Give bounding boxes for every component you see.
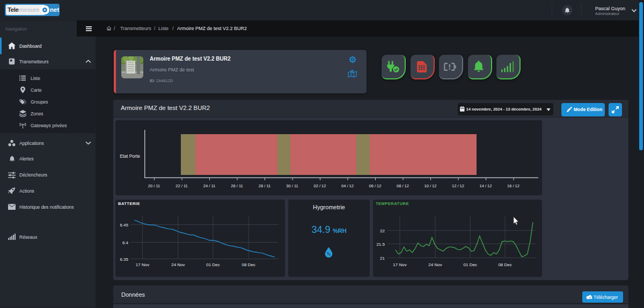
svg-text:01 Dec: 01 Dec (464, 262, 477, 267)
svg-text:06 / 12: 06 / 12 (369, 184, 382, 188)
svg-text:21.5: 21.5 (376, 242, 385, 247)
svg-text:TEMPERATURE: TEMPERATURE (376, 201, 409, 206)
svg-text:14 / 12: 14 / 12 (480, 184, 492, 188)
svg-text:22 / 11: 22 / 11 (175, 184, 187, 188)
svg-text:24 Nov: 24 Nov (171, 262, 185, 267)
svg-text:6.35: 6.35 (120, 257, 128, 262)
svg-text:Etat Porte: Etat Porte (120, 153, 140, 159)
svg-text:26 / 11: 26 / 11 (231, 184, 243, 188)
svg-text:BATTERIE: BATTERIE (118, 201, 140, 206)
svg-text:16 / 12: 16 / 12 (507, 184, 519, 188)
svg-text:24 / 11: 24 / 11 (203, 184, 215, 188)
svg-text:12 / 12: 12 / 12 (452, 184, 464, 188)
svg-text:08 / 12: 08 / 12 (397, 184, 409, 188)
svg-text:02 / 12: 02 / 12 (314, 184, 326, 188)
svg-text:6.4: 6.4 (122, 240, 129, 245)
svg-text:01 Dec: 01 Dec (206, 262, 219, 267)
svg-text:10 / 12: 10 / 12 (425, 184, 437, 188)
svg-text:04 / 12: 04 / 12 (341, 184, 354, 188)
svg-text:24 Nov: 24 Nov (428, 262, 442, 267)
svg-text:17 Nov: 17 Nov (393, 262, 406, 267)
svg-text:30 / 11: 30 / 11 (286, 184, 298, 188)
svg-text:08 Dec: 08 Dec (242, 262, 255, 267)
svg-text:17 Nov: 17 Nov (136, 262, 149, 267)
svg-text:6.45: 6.45 (120, 223, 128, 228)
svg-text:21: 21 (380, 256, 385, 261)
svg-text:20 / 11: 20 / 11 (148, 184, 160, 188)
svg-text:08 Dec: 08 Dec (498, 262, 511, 267)
svg-text:22: 22 (380, 229, 385, 233)
svg-text:28 / 11: 28 / 11 (259, 184, 270, 188)
